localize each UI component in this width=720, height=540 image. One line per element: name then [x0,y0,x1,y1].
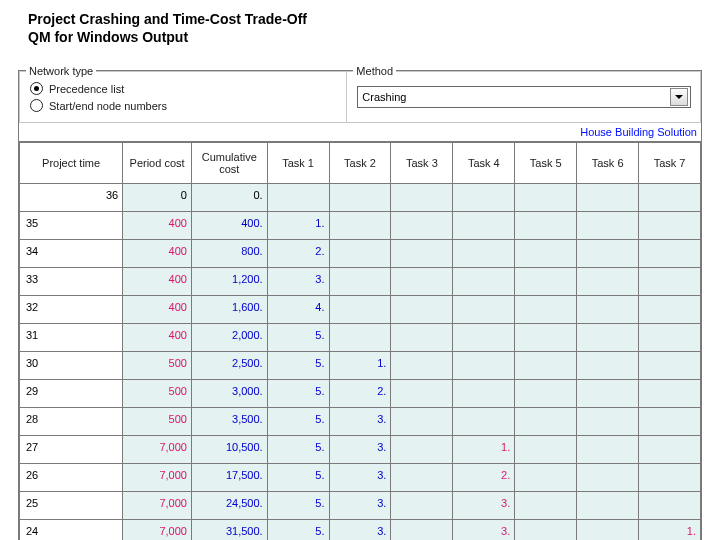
cell-period-cost[interactable]: 400 [123,240,192,268]
cell-task-5[interactable] [515,184,577,212]
cell-task-1[interactable]: 5. [267,436,329,464]
cell-task-4[interactable] [453,184,515,212]
cell-period-cost[interactable]: 500 [123,380,192,408]
cell-period-cost[interactable]: 500 [123,352,192,380]
cell-period-cost[interactable]: 7,000 [123,436,192,464]
cell-task-4[interactable]: 2. [453,464,515,492]
cell-task-1[interactable]: 5. [267,408,329,436]
cell-task-6[interactable] [577,464,639,492]
cell-period-cost[interactable]: 7,000 [123,520,192,540]
cell-task-4[interactable]: 3. [453,520,515,540]
cell-project-time[interactable]: 29 [20,380,123,408]
cell-period-cost[interactable]: 400 [123,268,192,296]
cell-task-3[interactable] [391,296,453,324]
cell-project-time[interactable]: 32 [20,296,123,324]
col-task-1[interactable]: Task 1 [267,143,329,184]
cell-task-3[interactable] [391,212,453,240]
cell-task-2[interactable]: 3. [329,464,391,492]
cell-task-7[interactable] [639,324,701,352]
cell-cumulative-cost[interactable]: 400. [191,212,267,240]
cell-task-1[interactable]: 5. [267,520,329,540]
cell-task-3[interactable] [391,184,453,212]
cell-project-time[interactable]: 34 [20,240,123,268]
cell-task-5[interactable] [515,240,577,268]
cell-task-6[interactable] [577,436,639,464]
cell-task-5[interactable] [515,380,577,408]
cell-cumulative-cost[interactable]: 31,500. [191,520,267,540]
cell-task-1[interactable]: 5. [267,380,329,408]
cell-period-cost[interactable]: 0 [123,184,192,212]
cell-task-1[interactable]: 1. [267,212,329,240]
cell-task-6[interactable] [577,352,639,380]
cell-task-3[interactable] [391,380,453,408]
cell-task-5[interactable] [515,352,577,380]
cell-cumulative-cost[interactable]: 2,500. [191,352,267,380]
cell-cumulative-cost[interactable]: 800. [191,240,267,268]
cell-task-7[interactable] [639,184,701,212]
cell-task-2[interactable] [329,268,391,296]
cell-task-4[interactable]: 3. [453,492,515,520]
cell-task-6[interactable] [577,212,639,240]
cell-task-6[interactable] [577,520,639,540]
col-task-6[interactable]: Task 6 [577,143,639,184]
cell-task-2[interactable] [329,212,391,240]
cell-task-5[interactable] [515,268,577,296]
col-task-5[interactable]: Task 5 [515,143,577,184]
cell-task-5[interactable] [515,436,577,464]
cell-task-5[interactable] [515,492,577,520]
cell-task-7[interactable] [639,212,701,240]
cell-task-4[interactable] [453,268,515,296]
cell-cumulative-cost[interactable]: 1,200. [191,268,267,296]
cell-project-time[interactable]: 30 [20,352,123,380]
cell-task-2[interactable]: 3. [329,492,391,520]
cell-period-cost[interactable]: 400 [123,324,192,352]
cell-cumulative-cost[interactable]: 2,000. [191,324,267,352]
method-dropdown[interactable]: Crashing [357,86,691,108]
cell-project-time[interactable]: 28 [20,408,123,436]
cell-task-4[interactable] [453,296,515,324]
cell-task-1[interactable]: 3. [267,268,329,296]
cell-task-6[interactable] [577,408,639,436]
cell-project-time[interactable]: 31 [20,324,123,352]
cell-cumulative-cost[interactable]: 0. [191,184,267,212]
cell-task-4[interactable] [453,240,515,268]
cell-task-4[interactable] [453,380,515,408]
cell-period-cost[interactable]: 7,000 [123,492,192,520]
cell-task-6[interactable] [577,240,639,268]
col-cumulative-cost[interactable]: Cumulative cost [191,143,267,184]
cell-cumulative-cost[interactable]: 24,500. [191,492,267,520]
cell-task-3[interactable] [391,520,453,540]
cell-task-2[interactable]: 3. [329,408,391,436]
cell-task-5[interactable] [515,324,577,352]
cell-task-7[interactable] [639,240,701,268]
col-period-cost[interactable]: Period cost [123,143,192,184]
cell-task-4[interactable] [453,212,515,240]
cell-task-1[interactable]: 4. [267,296,329,324]
cell-task-1[interactable]: 5. [267,492,329,520]
cell-task-1[interactable]: 5. [267,324,329,352]
cell-project-time[interactable]: 25 [20,492,123,520]
cell-task-4[interactable] [453,324,515,352]
cell-task-3[interactable] [391,324,453,352]
cell-project-time[interactable]: 26 [20,464,123,492]
cell-period-cost[interactable]: 500 [123,408,192,436]
cell-task-5[interactable] [515,520,577,540]
cell-cumulative-cost[interactable]: 10,500. [191,436,267,464]
cell-task-2[interactable]: 2. [329,380,391,408]
cell-task-1[interactable] [267,184,329,212]
cell-task-3[interactable] [391,436,453,464]
cell-task-3[interactable] [391,492,453,520]
cell-task-7[interactable] [639,352,701,380]
cell-period-cost[interactable]: 7,000 [123,464,192,492]
cell-task-6[interactable] [577,296,639,324]
cell-task-3[interactable] [391,240,453,268]
cell-task-2[interactable]: 3. [329,520,391,540]
cell-task-3[interactable] [391,408,453,436]
cell-task-2[interactable] [329,240,391,268]
cell-task-5[interactable] [515,212,577,240]
cell-cumulative-cost[interactable]: 3,500. [191,408,267,436]
cell-task-2[interactable] [329,324,391,352]
cell-period-cost[interactable]: 400 [123,296,192,324]
cell-task-7[interactable] [639,464,701,492]
cell-task-6[interactable] [577,184,639,212]
